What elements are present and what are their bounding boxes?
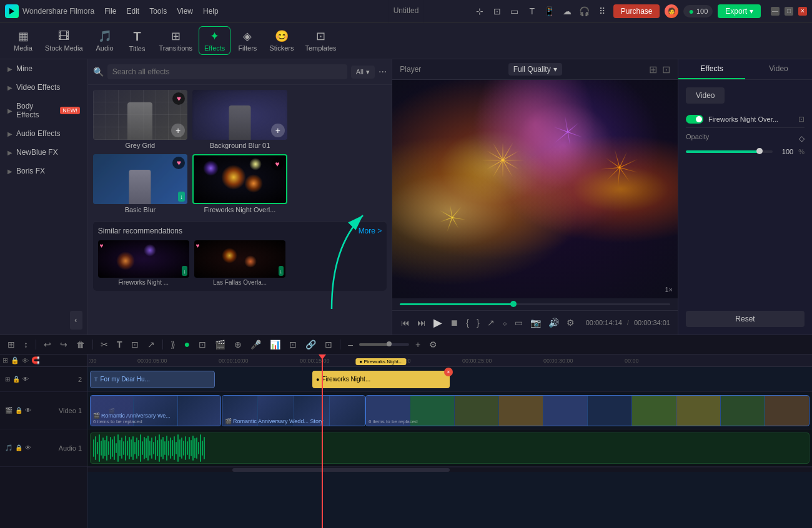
filter-button[interactable]: All ▾ xyxy=(351,66,375,79)
tl-grid-button[interactable]: ⊞ xyxy=(5,338,17,351)
export-button[interactable]: Export ▾ xyxy=(718,4,761,18)
menu-edit[interactable]: Edit xyxy=(127,7,140,16)
tl-text-button[interactable]: T xyxy=(114,338,125,351)
sidebar-item-body-effects[interactable]: ▶ Body Effects NEW! xyxy=(0,97,87,124)
tl-chart-button[interactable]: 📊 xyxy=(267,338,283,351)
tab-video[interactable]: Video xyxy=(745,59,812,79)
sidebar-item-newblue-fx[interactable]: ▶ NewBlue FX xyxy=(0,143,87,162)
sidebar-collapse-button[interactable]: ‹ xyxy=(70,311,82,330)
tl-crop-button[interactable]: ⊡ xyxy=(129,338,141,351)
settings-button[interactable]: ⚙ xyxy=(565,318,576,328)
video-sub-tab[interactable]: Video xyxy=(686,87,725,104)
audio-button[interactable]: 🔊 xyxy=(547,318,560,328)
text-icon[interactable]: T xyxy=(526,5,538,17)
tl-link2-button[interactable]: 🔗 xyxy=(303,338,319,351)
step-back-button[interactable]: ⏭ xyxy=(416,318,427,328)
toolbar-stickers[interactable]: 😊 Stickers xyxy=(264,27,299,54)
effect-item-basic-blur[interactable]: ♥ ↓ Basic Blur xyxy=(93,154,188,213)
split-button[interactable]: ⬦ xyxy=(501,318,508,328)
tl-minus-button[interactable]: – xyxy=(345,338,355,351)
keyframe-diamond-icon[interactable]: ◇ xyxy=(799,134,805,143)
minimize-button[interactable]: — xyxy=(771,7,780,16)
play-button[interactable]: ▶ xyxy=(432,316,443,330)
tl-edit2-button[interactable]: ⊡ xyxy=(287,338,299,351)
effect-toggle[interactable] xyxy=(686,115,703,124)
tl-clip-button[interactable]: 🎬 xyxy=(212,338,228,351)
monitor-icon[interactable]: ▭ xyxy=(508,5,521,17)
tl-link-button[interactable]: ↕ xyxy=(21,338,31,351)
toolbar-titles[interactable]: T Titles xyxy=(122,27,153,55)
effect-item-grey-grid[interactable]: ♥ + Grey Grid xyxy=(93,90,188,149)
toolbar-effects[interactable]: ✦ Effects xyxy=(199,26,230,55)
track-2-eye[interactable]: 👁 xyxy=(22,376,29,383)
tl-redo-button[interactable]: ↪ xyxy=(57,338,70,351)
sidebar-item-audio-effects[interactable]: ▶ Audio Effects xyxy=(0,124,87,143)
more-options-button[interactable]: ··· xyxy=(379,66,387,77)
mark-out-button[interactable]: } xyxy=(475,318,481,328)
fireworks-clip-close[interactable]: × xyxy=(444,368,453,376)
grid-icon[interactable]: ⠿ xyxy=(596,5,608,17)
search-input[interactable] xyxy=(107,64,347,79)
extract-button[interactable]: ↗ xyxy=(486,318,496,328)
video-clip-3[interactable]: 6 items to be replaced xyxy=(365,395,810,426)
maximize-button[interactable]: □ xyxy=(785,7,793,16)
tl-cut-button[interactable]: ✂ xyxy=(98,338,111,351)
video1-lock[interactable]: 🔒 xyxy=(15,407,22,414)
tab-effects[interactable]: Effects xyxy=(678,59,745,79)
tl-rotate-button[interactable]: ↗ xyxy=(145,338,157,351)
track-2-lock[interactable]: 🔒 xyxy=(12,376,20,383)
rec-item-las-fallas[interactable]: ♥ ↓ Las Fallas Overla... xyxy=(194,240,285,286)
clip-for-dear[interactable]: T For my Dear Hu... T For my Dear Hu... xyxy=(90,371,215,388)
toolbar-stock-media[interactable]: 🎞 Stock Media xyxy=(40,27,88,54)
tl-record-button[interactable]: ● xyxy=(182,338,193,351)
tl-options-button[interactable]: ⚙ xyxy=(427,338,440,351)
progress-bar[interactable] xyxy=(400,303,670,305)
menu-tools[interactable]: Tools xyxy=(149,7,167,16)
tl-more-button[interactable]: ⊡ xyxy=(322,338,335,351)
video1-eye[interactable]: 👁 xyxy=(25,407,31,414)
purchase-button[interactable]: Purchase xyxy=(613,4,660,18)
rec-more-link[interactable]: More > xyxy=(359,227,382,235)
tl-mic-button[interactable]: 🎤 xyxy=(248,338,264,351)
grid-view-icon[interactable]: ⊞ xyxy=(649,64,657,76)
tl-delete-button[interactable]: 🗑 xyxy=(74,338,87,351)
audio1-lock[interactable]: 🔒 xyxy=(15,444,22,451)
opacity-slider[interactable] xyxy=(686,150,773,153)
mark-in-button[interactable]: { xyxy=(465,318,470,328)
clip-fireworks[interactable]: ● Fireworks Night... × ● Fireworks Night… xyxy=(312,371,450,388)
add-track-icon[interactable]: ⊞ xyxy=(2,356,8,364)
share-icon[interactable]: ⊹ xyxy=(473,5,486,17)
monitor-button[interactable]: ▭ xyxy=(513,318,524,328)
effect-item-fireworks-night[interactable]: ♥ Fireworks Night Overl... xyxy=(192,154,287,213)
reset-button[interactable]: Reset xyxy=(686,311,805,327)
screen-icon[interactable]: ⊡ xyxy=(491,5,503,17)
timeline-scrollbar[interactable] xyxy=(87,467,812,472)
stop-button[interactable]: ⏹ xyxy=(448,318,460,328)
tl-cam-button[interactable]: ⊡ xyxy=(196,338,209,351)
headphone-icon[interactable]: 🎧 xyxy=(578,5,591,17)
phone-icon[interactable]: 📱 xyxy=(543,5,556,17)
effect-item-background-blur[interactable]: + Background Blur 01 xyxy=(192,90,287,149)
menu-view[interactable]: View xyxy=(177,7,193,16)
sidebar-item-boris-fx[interactable]: ▶ Boris FX xyxy=(0,162,87,180)
tl-arrow-button[interactable]: ⟫ xyxy=(168,338,178,351)
sidebar-item-video-effects[interactable]: ▶ Video Effects xyxy=(0,78,87,97)
video-clip-1[interactable]: 🎬 🎬Romantic Anniversary We... xyxy=(90,395,221,426)
tl-snap-button[interactable]: ⊕ xyxy=(232,338,244,351)
fullscreen-icon[interactable]: ⊡ xyxy=(662,64,670,76)
video-clip-2[interactable]: 🎬Romantic Anniversary Wedd... Story xyxy=(222,395,365,426)
skip-back-button[interactable]: ⏮ xyxy=(400,318,411,328)
quality-selector[interactable]: Full Quality ▾ xyxy=(508,63,562,76)
toolbar-media[interactable]: ▦ Media xyxy=(7,27,39,54)
toolbar-filters[interactable]: ◈ Filters xyxy=(232,27,263,54)
lock-icon[interactable]: 🔒 xyxy=(11,356,19,364)
menu-help[interactable]: Help xyxy=(203,7,219,16)
close-button[interactable]: × xyxy=(798,7,807,16)
cloud-icon[interactable]: ☁ xyxy=(561,5,573,17)
tl-plus-button[interactable]: + xyxy=(413,338,423,351)
rec-item-fireworks[interactable]: ♥ ↓ Fireworks Night ... xyxy=(98,240,189,286)
eye-icon[interactable]: 👁 xyxy=(22,357,29,364)
screenshot-button[interactable]: 📷 xyxy=(529,318,542,328)
tl-undo-button[interactable]: ↩ xyxy=(41,338,54,351)
bg-blur-add-button[interactable]: + xyxy=(271,124,285,137)
